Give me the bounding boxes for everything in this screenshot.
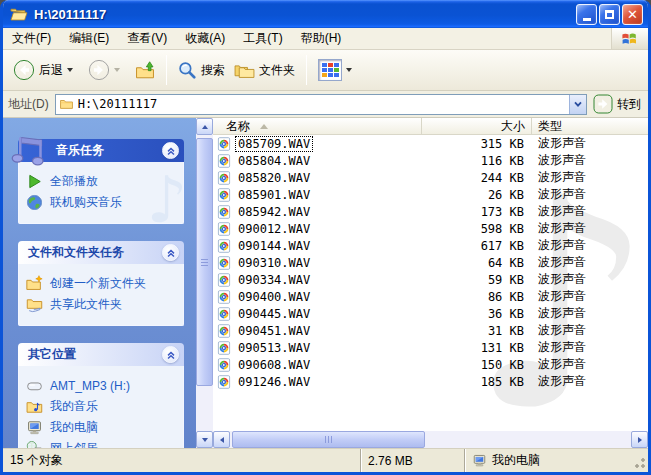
file-type: 波形声音	[532, 271, 648, 288]
forward-button[interactable]	[85, 57, 123, 83]
file-name-cell[interactable]: 090310.WAV	[213, 256, 422, 270]
file-row[interactable]: 090012.WAV598 KB波形声音	[213, 220, 648, 237]
file-row[interactable]: 085709.WAV315 KB波形声音	[213, 135, 648, 152]
sidebar-item[interactable]: 联机购买音乐	[26, 194, 179, 211]
scroll-right-button[interactable]	[631, 431, 648, 448]
back-icon	[13, 59, 35, 81]
file-row[interactable]: 085804.WAV116 KB波形声音	[213, 152, 648, 169]
title-bar[interactable]: H:\20111117 ✕	[3, 0, 648, 28]
status-total-size: 2.76 MB	[361, 449, 465, 472]
search-icon	[178, 61, 197, 80]
file-size: 315 KB	[422, 137, 532, 151]
file-row[interactable]: 090608.WAV150 KB波形声音	[213, 356, 648, 373]
file-name-cell[interactable]: 085901.WAV	[213, 188, 422, 202]
chevron-up-icon	[164, 246, 178, 260]
file-name: 090400.WAV	[236, 290, 312, 304]
share-folder-icon	[26, 296, 43, 313]
sidebar-item-label: 联机购买音乐	[50, 194, 122, 211]
file-row[interactable]: 085901.WAV26 KB波形声音	[213, 186, 648, 203]
network-icon	[26, 440, 43, 448]
sidebar-item-label: 网上邻居	[50, 440, 98, 448]
resize-grip[interactable]	[633, 457, 646, 470]
back-button[interactable]: 后退	[10, 57, 76, 83]
sidebar-item[interactable]: 创建一个新文件夹	[26, 275, 179, 292]
scroll-left-button[interactable]	[213, 431, 230, 448]
views-dropdown-icon[interactable]	[346, 68, 352, 72]
search-button[interactable]: 搜索	[175, 59, 228, 82]
minimize-button[interactable]	[576, 4, 597, 25]
file-name-cell[interactable]: 090445.WAV	[213, 307, 422, 321]
file-name-cell[interactable]: 090012.WAV	[213, 222, 422, 236]
collapse-button[interactable]	[162, 244, 179, 261]
file-name: 090445.WAV	[236, 307, 312, 321]
sidebar-item[interactable]: AMT_MP3 (H:)	[26, 377, 179, 394]
panel-header-file-tasks[interactable]: 文件和文件夹任务	[18, 241, 184, 264]
file-row[interactable]: 090451.WAV31 KB波形声音	[213, 322, 648, 339]
views-button[interactable]	[315, 57, 355, 83]
column-header-type[interactable]: 类型	[532, 118, 648, 134]
file-row[interactable]: 090144.WAV617 KB波形声音	[213, 237, 648, 254]
menu-item[interactable]: 编辑(E)	[60, 28, 118, 49]
back-dropdown-icon[interactable]	[67, 68, 73, 72]
go-button[interactable]: 转到	[593, 94, 643, 114]
column-header-name[interactable]: 名称	[213, 118, 422, 134]
file-name-cell[interactable]: 090608.WAV	[213, 358, 422, 372]
file-list-pane: ♪ 名称 大小 类型	[196, 118, 648, 448]
address-combo[interactable]: H:\20111117	[55, 94, 587, 115]
sidebar-item[interactable]: 网上邻居	[26, 440, 179, 448]
file-name-cell[interactable]: 090451.WAV	[213, 324, 422, 338]
music-folder-icon	[26, 398, 43, 415]
file-type: 波形声音	[532, 356, 648, 373]
vertical-scroll-thumb[interactable]	[196, 138, 213, 386]
sidebar-item-label: AMT_MP3 (H:)	[50, 379, 130, 393]
sidebar-item[interactable]: 我的音乐	[26, 398, 179, 415]
folders-button[interactable]: 文件夹	[231, 60, 298, 81]
file-size: 244 KB	[422, 171, 532, 185]
menu-item[interactable]: 工具(T)	[234, 28, 291, 49]
menu-item[interactable]: 帮助(H)	[292, 28, 351, 49]
sidebar-item-label: 共享此文件夹	[50, 296, 122, 313]
file-name-cell[interactable]: 085709.WAV	[213, 137, 422, 151]
scroll-down-button[interactable]	[196, 431, 213, 448]
maximize-button[interactable]	[599, 4, 620, 25]
file-row[interactable]: 091246.WAV185 KB波形声音	[213, 373, 648, 390]
file-row[interactable]: 085942.WAV173 KB波形声音	[213, 203, 648, 220]
collapse-button[interactable]	[162, 142, 179, 159]
file-row[interactable]: 090400.WAV86 KB波形声音	[213, 288, 648, 305]
file-name-cell[interactable]: 090334.WAV	[213, 273, 422, 287]
menu-item[interactable]: 查看(V)	[118, 28, 176, 49]
file-name-cell[interactable]: 085942.WAV	[213, 205, 422, 219]
file-name-cell[interactable]: 085804.WAV	[213, 154, 422, 168]
file-row[interactable]: 090513.WAV131 KB波形声音	[213, 339, 648, 356]
address-bar: 地址(D) H:\20111117 转到	[3, 91, 648, 118]
file-name-cell[interactable]: 090513.WAV	[213, 341, 422, 355]
menu-item[interactable]: 收藏(A)	[176, 28, 234, 49]
horizontal-scrollbar[interactable]	[213, 431, 648, 448]
drive-icon	[26, 377, 43, 394]
wav-file-icon	[217, 222, 231, 236]
file-row[interactable]: 090334.WAV59 KB波形声音	[213, 271, 648, 288]
views-icon	[318, 59, 342, 81]
close-button[interactable]: ✕	[622, 4, 643, 25]
file-name: 091246.WAV	[236, 375, 312, 389]
file-name-cell[interactable]: 091246.WAV	[213, 375, 422, 389]
sidebar-item[interactable]: 全部播放	[26, 173, 179, 190]
panel-header-other-places[interactable]: 其它位置	[18, 343, 184, 366]
menu-item[interactable]: 文件(F)	[3, 28, 60, 49]
file-row[interactable]: 085820.WAV244 KB波形声音	[213, 169, 648, 186]
address-dropdown-button[interactable]	[569, 95, 586, 114]
column-header-size[interactable]: 大小	[422, 118, 532, 134]
sidebar-item[interactable]: 我的电脑	[26, 419, 179, 436]
file-name-cell[interactable]: 090400.WAV	[213, 290, 422, 304]
file-row[interactable]: 090445.WAV36 KB波形声音	[213, 305, 648, 322]
file-name-cell[interactable]: 085820.WAV	[213, 171, 422, 185]
up-button[interactable]	[132, 58, 158, 82]
vertical-scrollbar[interactable]	[196, 118, 213, 448]
horizontal-scroll-thumb[interactable]	[232, 431, 425, 448]
file-name-cell[interactable]: 090144.WAV	[213, 239, 422, 253]
file-row[interactable]: 090310.WAV64 KB波形声音	[213, 254, 648, 271]
scroll-up-button[interactable]	[196, 118, 213, 135]
collapse-button[interactable]	[162, 346, 179, 363]
address-value[interactable]: H:\20111117	[78, 97, 569, 111]
sidebar-item[interactable]: 共享此文件夹	[26, 296, 179, 313]
